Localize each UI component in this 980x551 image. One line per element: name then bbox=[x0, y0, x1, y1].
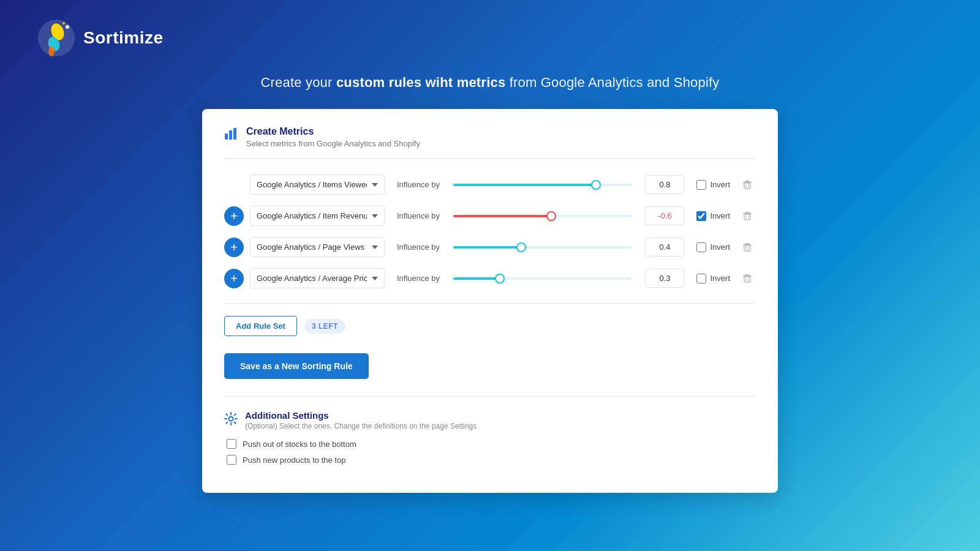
tagline-prefix: Create your bbox=[260, 75, 336, 90]
section-divider-1 bbox=[224, 303, 756, 304]
invert-checkbox-1[interactable] bbox=[696, 180, 706, 190]
invert-label-4[interactable]: Invert bbox=[710, 274, 730, 283]
slider-track-3 bbox=[453, 246, 631, 249]
influence-label-2: Influence by bbox=[397, 211, 440, 220]
slider-thumb-2[interactable] bbox=[546, 211, 556, 221]
invert-container-4: Invert bbox=[696, 274, 730, 283]
slider-track-1 bbox=[453, 184, 631, 186]
invert-checkbox-3[interactable] bbox=[696, 242, 706, 252]
svg-point-3 bbox=[48, 47, 55, 56]
svg-rect-26 bbox=[744, 277, 750, 282]
metric-select-4[interactable]: Google Analytics / Average Price Google … bbox=[250, 268, 385, 288]
logo-text: Sortimize bbox=[83, 28, 164, 48]
invert-container-3: Invert bbox=[696, 242, 730, 252]
invert-checkbox-4[interactable] bbox=[696, 274, 706, 283]
slider-container-4[interactable] bbox=[453, 272, 631, 285]
metrics-section: Google Analytics / Items Viewed Google A… bbox=[224, 174, 756, 288]
slider-fill-1 bbox=[453, 184, 596, 186]
slider-fill-2 bbox=[453, 215, 551, 217]
invert-label-2[interactable]: Invert bbox=[710, 211, 730, 220]
svg-point-5 bbox=[62, 22, 65, 24]
svg-rect-7 bbox=[229, 130, 232, 140]
tagline-bold: custom rules wiht metrics bbox=[336, 75, 505, 90]
slider-thumb-1[interactable] bbox=[591, 180, 601, 190]
svg-rect-15 bbox=[745, 212, 750, 213]
additional-settings-title: Additional Settings bbox=[245, 410, 477, 421]
metric-row-2: + Google Analytics / Item Revenue Google… bbox=[224, 206, 756, 226]
card-subtitle: Select metrics from Google Analytics and… bbox=[246, 139, 420, 148]
save-button[interactable]: Save as a New Sorting Rule bbox=[224, 353, 369, 379]
slider-thumb-4[interactable] bbox=[495, 274, 505, 283]
add-btn-3[interactable]: + bbox=[224, 238, 244, 257]
metric-row-3: + Google Analytics / Page Views Google A… bbox=[224, 237, 756, 257]
metric-row-4: + Google Analytics / Average Price Googl… bbox=[224, 268, 756, 288]
svg-rect-10 bbox=[745, 181, 750, 182]
svg-rect-20 bbox=[745, 243, 750, 244]
invert-container-1: Invert bbox=[696, 180, 730, 190]
value-input-4[interactable] bbox=[645, 269, 684, 288]
metric-select-3[interactable]: Google Analytics / Page Views Google Ana… bbox=[250, 237, 385, 257]
card-header-text: Create Metrics Select metrics from Googl… bbox=[246, 126, 420, 148]
slider-container-3[interactable] bbox=[453, 241, 631, 253]
influence-label-1: Influence by bbox=[397, 180, 440, 189]
invert-container-2: Invert bbox=[696, 211, 730, 221]
svg-rect-25 bbox=[745, 274, 750, 276]
push-out-of-stock-label[interactable]: Push out of stocks to the bottom bbox=[243, 440, 356, 449]
delete-btn-3[interactable] bbox=[739, 239, 756, 256]
settings-gear-icon bbox=[224, 412, 238, 429]
left-badge: 3 LEFT bbox=[304, 319, 345, 334]
svg-rect-8 bbox=[233, 128, 236, 140]
push-new-products-checkbox[interactable] bbox=[227, 455, 236, 465]
additional-settings-desc: (Optional) Select the ones. Change the d… bbox=[245, 422, 477, 430]
sortimize-logo-icon bbox=[37, 18, 76, 58]
metric-select-1[interactable]: Google Analytics / Items Viewed Google A… bbox=[250, 174, 385, 195]
delete-btn-4[interactable] bbox=[739, 270, 756, 287]
metric-select-2[interactable]: Google Analytics / Item Revenue Google A… bbox=[250, 206, 385, 226]
metric-row-1: Google Analytics / Items Viewed Google A… bbox=[224, 174, 756, 195]
tagline: Create your custom rules wiht metrics fr… bbox=[260, 75, 719, 91]
svg-point-29 bbox=[229, 417, 233, 421]
slider-track-2 bbox=[453, 215, 631, 217]
add-btn-2[interactable]: + bbox=[224, 206, 244, 226]
invert-label-1[interactable]: Invert bbox=[710, 180, 730, 189]
add-btn-4[interactable]: + bbox=[224, 269, 244, 288]
slider-fill-4 bbox=[453, 277, 500, 280]
add-rule-row: Add Rule Set 3 LEFT bbox=[224, 316, 756, 336]
slider-container-1[interactable] bbox=[453, 179, 631, 191]
chart-icon bbox=[224, 127, 238, 144]
influence-label-4: Influence by bbox=[397, 274, 440, 283]
push-out-of-stock-checkbox[interactable] bbox=[227, 439, 236, 449]
invert-checkbox-2[interactable] bbox=[696, 211, 706, 221]
delete-btn-1[interactable] bbox=[739, 176, 756, 193]
add-rule-set-button[interactable]: Add Rule Set bbox=[224, 316, 297, 336]
tagline-suffix: from Google Analytics and Shopify bbox=[510, 75, 720, 90]
additional-settings-header: Additional Settings (Optional) Select th… bbox=[224, 410, 756, 430]
svg-rect-21 bbox=[744, 246, 750, 251]
svg-rect-16 bbox=[744, 214, 750, 220]
svg-rect-11 bbox=[744, 183, 750, 189]
logo: Sortimize bbox=[37, 18, 164, 58]
card-header: Create Metrics Select metrics from Googl… bbox=[224, 126, 756, 159]
invert-label-3[interactable]: Invert bbox=[710, 242, 730, 252]
main-card: Create Metrics Select metrics from Googl… bbox=[202, 109, 778, 493]
value-input-1[interactable] bbox=[645, 175, 684, 194]
value-input-3[interactable] bbox=[645, 238, 684, 257]
additional-settings-section: Additional Settings (Optional) Select th… bbox=[224, 396, 756, 465]
slider-thumb-3[interactable] bbox=[516, 242, 526, 252]
svg-point-4 bbox=[66, 25, 69, 29]
slider-track-4 bbox=[453, 277, 631, 280]
card-title: Create Metrics bbox=[246, 126, 420, 137]
header: Sortimize bbox=[12, 18, 968, 58]
delete-btn-2[interactable] bbox=[739, 208, 756, 225]
influence-label-3: Influence by bbox=[397, 242, 440, 252]
checkbox-row-1: Push out of stocks to the bottom bbox=[227, 439, 756, 449]
slider-fill-3 bbox=[453, 246, 521, 249]
slider-container-2[interactable] bbox=[453, 210, 631, 222]
svg-rect-6 bbox=[225, 133, 228, 140]
checkbox-row-2: Push new products to the top bbox=[227, 455, 756, 465]
push-new-products-label[interactable]: Push new products to the top bbox=[243, 455, 345, 465]
value-input-2[interactable] bbox=[645, 206, 684, 225]
additional-settings-text: Additional Settings (Optional) Select th… bbox=[245, 410, 477, 430]
